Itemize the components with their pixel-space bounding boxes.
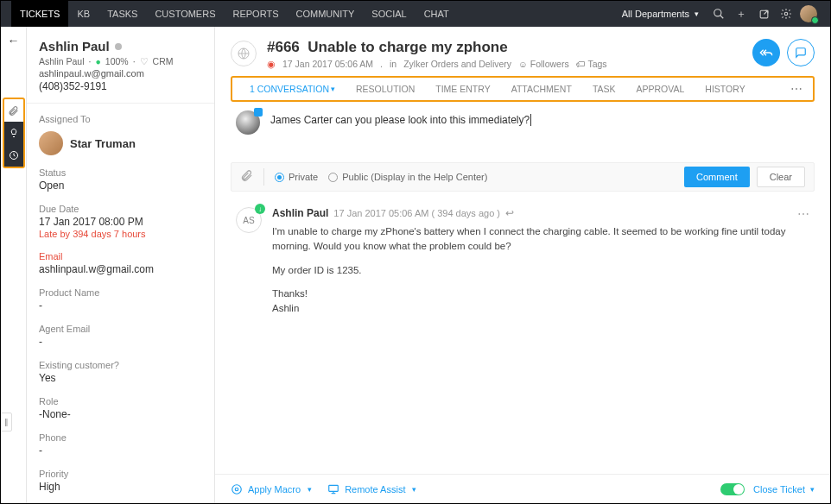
message-author: Ashlin Paul <box>272 207 328 219</box>
department-selector[interactable]: All Departments▾ <box>622 9 699 19</box>
reply-all-button[interactable] <box>752 39 780 66</box>
left-rail: ← ‖ <box>1 27 27 504</box>
svg-rect-7 <box>329 485 339 491</box>
nav-tab-tickets[interactable]: TICKETS <box>11 1 68 27</box>
message-body-p2: My order ID is 1235. <box>272 263 787 278</box>
visibility-private[interactable]: Private <box>275 172 318 182</box>
rail-suggestions-icon[interactable] <box>4 122 23 144</box>
compose-bar: Private Public (Display in the Help Cent… <box>231 162 815 192</box>
collapse-handle[interactable]: ‖ <box>0 413 12 432</box>
attach-icon[interactable] <box>240 169 253 185</box>
followers-link[interactable]: ☺ Followers <box>518 59 569 69</box>
search-icon[interactable] <box>707 1 730 27</box>
message-more-icon[interactable]: ⋯ <box>797 207 809 324</box>
assigned-label: Assigned To <box>39 114 202 124</box>
comment-editor[interactable]: James Carter can you please look into th… <box>215 102 830 138</box>
clock-icon: ◉ <box>267 59 276 69</box>
ticket-created: 17 Jan 2017 05:06 AM <box>282 59 373 69</box>
top-nav: TICKETS KB TASKS CUSTOMERS REPORTS COMMU… <box>1 1 830 27</box>
field-product: Product Name- <box>39 287 202 312</box>
contact-sidebar: Ashlin Paul Ashlin Paul · ● 100% · ♡ CRM… <box>27 27 215 504</box>
svg-line-1 <box>720 16 724 19</box>
tab-approval[interactable]: APPROVAL <box>626 78 695 100</box>
incoming-badge-icon: ↓ <box>255 204 265 214</box>
chevron-down-icon: ▾ <box>412 485 416 494</box>
svg-point-5 <box>235 488 238 491</box>
tags-link[interactable]: 🏷 Tags <box>576 59 607 69</box>
customer-sub: Ashlin Paul · ● 100% · ♡ CRM <box>39 56 202 66</box>
svg-point-3 <box>784 12 788 16</box>
rail-attachments-icon[interactable] <box>4 99 23 122</box>
chevron-down-icon: ▾ <box>695 9 699 18</box>
comment-draft-text[interactable]: James Carter can you please look into th… <box>270 114 530 126</box>
rail-history-icon[interactable] <box>4 144 23 167</box>
svg-point-0 <box>714 9 721 16</box>
nav-tab-chat[interactable]: CHAT <box>416 1 458 27</box>
remote-assist-button[interactable]: Remote Assist▾ <box>327 483 416 495</box>
nav-tab-kb[interactable]: KB <box>68 1 98 27</box>
message-body-p1: I'm unable to charge my zPhone's battery… <box>272 224 787 255</box>
field-priority: PriorityHigh <box>39 469 202 493</box>
field-existing: Existing customer?Yes <box>39 360 202 384</box>
assigned-to[interactable]: Star Truman <box>39 131 202 155</box>
agent-avatar <box>39 131 63 155</box>
message-body-p4: Ashlin <box>272 301 787 316</box>
message-body-p3: Thanks! <box>272 287 787 301</box>
nav-tab-reports[interactable]: REPORTS <box>225 1 288 27</box>
field-role: Role-None- <box>39 396 202 420</box>
ticket-header: #666 Unable to charge my zphone ◉17 Jan … <box>215 27 830 76</box>
apply-macro-button[interactable]: Apply Macro▾ <box>231 483 312 495</box>
ticket-tabs: 1 CONVERSATION▾ RESOLUTION TIME ENTRY AT… <box>231 76 815 102</box>
field-agent-email: Agent Email- <box>39 324 202 348</box>
external-icon[interactable] <box>752 1 775 27</box>
field-email: Emailashlinpaul.w@gmail.com <box>39 251 202 275</box>
reply-icon[interactable]: ↩ <box>505 207 514 219</box>
sender-avatar: AS↓ <box>236 207 262 233</box>
current-user-avatar <box>236 110 260 135</box>
field-due-date: Due Date17 Jan 2017 08:00 PMLate by 394 … <box>39 204 202 239</box>
ticket-department[interactable]: Zylker Orders and Delivery <box>403 59 511 69</box>
tabs-more-icon[interactable]: ⋯ <box>787 82 806 96</box>
comment-button[interactable] <box>787 39 815 66</box>
gear-icon[interactable] <box>775 1 797 27</box>
visibility-public[interactable]: Public (Display in the Help Center) <box>328 172 487 182</box>
tab-attachment[interactable]: ATTACHMENT <box>501 78 582 100</box>
tab-timeentry[interactable]: TIME ENTRY <box>425 78 500 100</box>
tab-conversation[interactable]: 1 CONVERSATION▾ <box>239 78 346 100</box>
customer-phone: (408)352-9191 <box>39 80 202 92</box>
message-thread-item: AS↓ Ashlin Paul 17 Jan 2017 05:06 AM ( 3… <box>215 192 830 333</box>
field-status: StatusOpen <box>39 167 202 192</box>
message-timestamp: 17 Jan 2017 05:06 AM ( 394 days ago ) <box>333 208 500 218</box>
close-ticket-button[interactable]: Close Ticket▾ <box>753 484 815 495</box>
tab-task[interactable]: TASK <box>582 78 626 100</box>
submit-comment-button[interactable]: Comment <box>684 167 750 187</box>
chevron-down-icon: ▾ <box>308 485 312 494</box>
add-icon[interactable]: ＋ <box>730 1 752 27</box>
status-dot-icon <box>115 43 122 50</box>
back-button[interactable]: ← <box>1 27 27 54</box>
customer-email: ashlinpaul.w@gmail.com <box>39 68 202 79</box>
chevron-down-icon: ▾ <box>810 485 815 494</box>
field-phone: Phone- <box>39 432 202 457</box>
tab-history[interactable]: HISTORY <box>695 78 755 100</box>
chevron-down-icon: ▾ <box>331 85 335 93</box>
customer-name: Ashlin Paul <box>39 39 202 54</box>
nav-tab-tasks[interactable]: TASKS <box>98 1 146 27</box>
channel-icon <box>231 41 257 66</box>
tab-resolution[interactable]: RESOLUTION <box>346 78 425 100</box>
svg-point-6 <box>232 484 242 494</box>
ticket-title: #666 Unable to charge my zphone <box>267 39 742 56</box>
nav-tab-community[interactable]: COMMUNITY <box>287 1 363 27</box>
nav-tab-social[interactable]: SOCIAL <box>363 1 415 27</box>
profile-avatar[interactable] <box>797 1 820 27</box>
footer-bar: Apply Macro▾ Remote Assist▾ Close Ticket… <box>215 474 830 503</box>
nav-tab-customers[interactable]: CUSTOMERS <box>146 1 224 27</box>
clear-button[interactable]: Clear <box>757 167 805 187</box>
main-content: #666 Unable to charge my zphone ◉17 Jan … <box>215 27 830 504</box>
status-toggle[interactable] <box>720 483 745 495</box>
